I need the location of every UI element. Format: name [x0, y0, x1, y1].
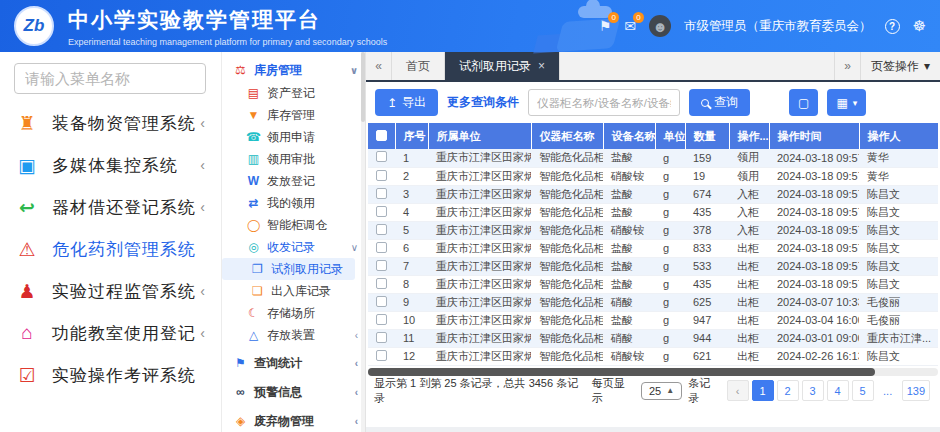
table-row[interactable]: 8 重庆市江津区田家炳中... 智能危化品柜01 盐酸 g 435 出柜 202…	[368, 275, 938, 293]
submenu-item[interactable]: 我的领用	[222, 192, 365, 214]
row-checkbox[interactable]	[376, 296, 387, 307]
select-all-checkbox[interactable]	[376, 130, 387, 141]
tab-reagent-records[interactable]: 试剂取用记录 ×	[445, 52, 560, 80]
submenu-item[interactable]: 发放登记	[222, 170, 365, 192]
table-row[interactable]: 11 重庆市江津区田家炳中... 智能危化品柜02 硝酸 g 944 出柜 20…	[368, 329, 938, 347]
tabs-scroll-right-button[interactable]: »	[834, 52, 860, 80]
table-row[interactable]: 10 重庆市江津区田家炳中... 智能危化品柜02 盐酸 g 947 出柜 20…	[368, 311, 938, 329]
menu-search-input[interactable]	[14, 63, 206, 94]
sidebar-item[interactable]: 危化药剂管理系统	[0, 228, 221, 270]
submenu-item[interactable]: 库存管理	[222, 104, 365, 126]
submenu-item[interactable]: 领用申请	[222, 126, 365, 148]
page-button[interactable]: 2	[777, 380, 799, 401]
row-checkbox[interactable]	[376, 350, 387, 361]
sidebar-item[interactable]: 多媒体集控系统 ‹	[0, 144, 221, 186]
page-button[interactable]: ‹	[727, 380, 749, 401]
user-name[interactable]: 市级管理员（重庆市教育委员会）	[684, 18, 872, 35]
table-row[interactable]: 3 重庆市江津区田家炳中... 智能危化品柜01 盐酸 g 674 入柜 202…	[368, 185, 938, 203]
search-icon	[701, 99, 709, 107]
submenu-item[interactable]: 存放装置 ‹	[222, 324, 365, 346]
sidebar-item[interactable]: 功能教室使用登记 ‹	[0, 312, 221, 354]
submenu-item[interactable]: 试剂取用记录	[222, 258, 355, 280]
submenu-item[interactable]: 智能柜调仓	[222, 214, 365, 236]
page-button[interactable]: 4	[827, 380, 849, 401]
column-settings-button[interactable]: ▦ ▾	[827, 89, 866, 116]
row-checkbox[interactable]	[376, 151, 387, 162]
submenu-item[interactable]: 收发记录 ∨	[222, 236, 365, 258]
help-icon[interactable]: ?	[885, 19, 900, 34]
tab-operations-dropdown[interactable]: 页签操作 ▾	[860, 52, 940, 80]
cell-quantity: 625	[685, 293, 729, 311]
tab-home[interactable]: 首页	[392, 52, 445, 80]
cell-index: 1	[395, 149, 428, 167]
cell-unit: 重庆市江津区田家炳中...	[428, 293, 531, 311]
moon-icon	[245, 306, 262, 320]
submenu-item[interactable]: 查询统计 ‹	[222, 351, 365, 375]
scrollbar-thumb[interactable]	[368, 368, 875, 376]
row-checkbox[interactable]	[376, 332, 387, 343]
submenu-item-label: 预警信息	[254, 384, 302, 401]
submenu-item[interactable]: 领用审批	[222, 148, 365, 170]
submenu-item-label: 出入库记录	[271, 283, 331, 300]
page-button[interactable]: ...	[877, 380, 899, 401]
submenu-item[interactable]: 库房管理 ∨	[222, 58, 365, 82]
table-row[interactable]: 7 重庆市江津区田家炳中... 智能危化品柜01 盐酸 g 533 出柜 202…	[368, 257, 938, 275]
table-row[interactable]: 1 重庆市江津区田家炳中... 智能危化品柜01 盐酸 g 159 领用 202…	[368, 149, 938, 167]
submenu-item[interactable]: 废弃物管理 ‹	[222, 409, 365, 432]
submenu-scrollbar[interactable]	[361, 52, 365, 432]
search-input[interactable]	[528, 89, 680, 116]
cell-operation: 出柜	[729, 275, 769, 293]
cell-operator: 陈昌文	[859, 239, 938, 257]
submenu-item[interactable]: 出入库记录	[222, 280, 365, 302]
close-icon[interactable]: ×	[538, 59, 545, 73]
card-view-button[interactable]: ▢	[789, 89, 818, 116]
table-row[interactable]: 6 重庆市江津区田家炳中... 智能危化品柜01 盐酸 g 833 出柜 202…	[368, 239, 938, 257]
per-page-select[interactable]: 25 ▲	[641, 382, 682, 400]
row-checkbox[interactable]	[376, 314, 387, 325]
sidebar-item[interactable]: 实验操作考评系统	[0, 354, 221, 396]
chevron-left-icon: ‹	[200, 199, 205, 215]
table-row[interactable]: 9 重庆市江津区田家炳中... 智能危化品柜02 硝酸 g 625 出柜 202…	[368, 293, 938, 311]
cell-time: 2024-03-18 09:57	[769, 149, 859, 167]
page-button[interactable]: 5	[852, 380, 874, 401]
search-button[interactable]: 查询	[689, 89, 750, 116]
page-button[interactable]: 139	[902, 380, 930, 401]
sidebar-item-label: 装备物资管理系统	[52, 112, 196, 135]
submenu-item[interactable]: 存储场所	[222, 302, 365, 324]
page-button[interactable]: 3	[802, 380, 824, 401]
per-page-value: 25	[649, 385, 661, 397]
more-filters-link[interactable]: 更多查询条件	[447, 94, 519, 111]
row-checkbox[interactable]	[376, 206, 387, 217]
gear-icon[interactable]: ☸	[913, 17, 926, 35]
table-row[interactable]: 4 重庆市江津区田家炳中... 智能危化品柜01 盐酸 g 435 入柜 202…	[368, 203, 938, 221]
row-checkbox[interactable]	[376, 242, 387, 253]
submenu-item[interactable]: 资产登记	[222, 82, 365, 104]
row-checkbox[interactable]	[376, 188, 387, 199]
mail-icon[interactable]: ✉0	[624, 18, 636, 34]
row-checkbox[interactable]	[376, 260, 387, 271]
per-page-suffix: 条记录	[688, 376, 720, 406]
page-button[interactable]: 1	[752, 380, 774, 401]
row-checkbox[interactable]	[376, 278, 387, 289]
submenu-item[interactable]: 预警信息 ‹	[222, 380, 365, 404]
submenu-item-label: 存储场所	[267, 305, 315, 322]
sidebar-item[interactable]: 装备物资管理系统 ‹	[0, 102, 221, 144]
table-row[interactable]: 12 重庆市江津区田家炳中... 智能危化品柜01 硝酸铵 g 621 出柜 2…	[368, 347, 938, 365]
sidebar-item[interactable]: 器材借还登记系统 ‹	[0, 186, 221, 228]
sidebar-item[interactable]: 实验过程监管系统 ‹	[0, 270, 221, 312]
cell-operation: 入柜	[729, 203, 769, 221]
scrollbar-thumb[interactable]	[361, 52, 365, 122]
home-icon	[14, 322, 40, 344]
row-checkbox[interactable]	[376, 170, 387, 181]
table-row[interactable]: 2 重庆市江津区田家炳中... 智能危化品柜01 硝酸铵 g 19 领用 202…	[368, 167, 938, 185]
header-checkbox-cell	[368, 123, 395, 149]
flag-notification-icon[interactable]: ⚑0	[599, 18, 612, 34]
tabs-scroll-left-button[interactable]: «	[366, 52, 392, 80]
row-checkbox[interactable]	[376, 224, 387, 235]
horizontal-scrollbar[interactable]	[368, 368, 938, 376]
hazard-icon	[14, 238, 40, 261]
export-button[interactable]: ↥ 导出	[375, 89, 438, 116]
cell-cabinet: 智能危化品柜01	[531, 347, 603, 365]
table-row[interactable]: 5 重庆市江津区田家炳中... 智能危化品柜01 硝酸铵 g 378 入柜 20…	[368, 221, 938, 239]
table-body: 1 重庆市江津区田家炳中... 智能危化品柜01 盐酸 g 159 领用 202…	[368, 149, 938, 365]
